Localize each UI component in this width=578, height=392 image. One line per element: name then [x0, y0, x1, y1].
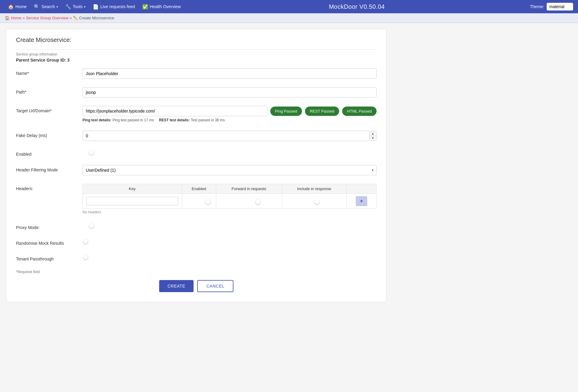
app-title: MockDoor V0.50.04 [185, 3, 529, 10]
theme-label: Theme: [530, 4, 544, 9]
nav-health-label: Health Overview [150, 4, 181, 9]
proxy-mode-label: Proxy Mode: [16, 223, 76, 230]
live-requests-icon: 📄 [93, 4, 99, 10]
headers-add-col [347, 184, 377, 194]
top-navigation: 🏠 Home 🔍 Search ▾ 🔧 Tools ▾ 📄 Live reque… [0, 0, 578, 13]
randomise-thumb [83, 239, 88, 244]
search-chevron-icon: ▾ [56, 5, 58, 8]
nav-home-label: Home [15, 4, 27, 9]
nav-search-label: Search [41, 4, 55, 9]
enabled-thumb [89, 150, 94, 155]
target-url-row: Target Url/Domain* Ping Passed REST Pass… [16, 106, 377, 122]
headers-table: Key Enabled Forward in requests Include … [82, 184, 377, 209]
ping-test-button[interactable]: Ping Passed [270, 107, 302, 116]
enabled-control [82, 149, 377, 154]
path-input[interactable] [82, 87, 377, 97]
headers-include-col: Include in response [282, 184, 346, 194]
search-icon: 🔍 [34, 4, 40, 10]
tenant-row: Tenant Passthrough [16, 254, 377, 261]
nav-health-overview[interactable]: ✅ Health Overview [139, 2, 184, 11]
nav-home[interactable]: 🏠 Home [5, 2, 30, 11]
rest-details-value: Test passed in 38 ms [191, 118, 225, 122]
breadcrumb-sep-2: » [70, 16, 72, 20]
target-url-control: Ping Passed REST Passed HTML Passed Ping… [82, 106, 377, 122]
add-header-button[interactable]: + [356, 196, 368, 206]
rest-details-label: REST test details: [159, 118, 190, 122]
test-details: Ping test details: Ping test passed in 1… [82, 118, 377, 122]
path-row: Path* [16, 87, 377, 97]
headers-enabled-col: Enabled [182, 184, 216, 194]
header-enabled-thumb [206, 199, 210, 204]
home-icon: 🏠 [8, 4, 14, 10]
headers-row: Headers: Key Enabled Forward in requests… [16, 184, 377, 214]
proxy-mode-thumb [89, 223, 94, 228]
path-label: Path* [16, 87, 76, 94]
main-content: Create Microservice: Service group infor… [0, 23, 578, 308]
form-card: Create Microservice: Service group infor… [6, 29, 387, 302]
nav-search[interactable]: 🔍 Search ▾ [31, 2, 61, 11]
breadcrumb-service-group-link[interactable]: Service Group Overview [26, 16, 69, 20]
breadcrumb-edit-icon: ✏️ [73, 16, 78, 20]
header-filtering-control: UserDefined (1) All None ▾ [82, 165, 377, 175]
nav-tools-label: Tools [73, 4, 83, 9]
name-row: Name* [16, 69, 377, 79]
required-note: *Required field [16, 270, 377, 274]
no-headers-text: No headers [82, 210, 377, 214]
fake-delay-input[interactable] [82, 131, 377, 141]
breadcrumb-home-link[interactable]: Home [11, 16, 21, 20]
fake-delay-control: ▲ ▼ [82, 131, 377, 141]
tools-icon: 🔧 [65, 4, 71, 10]
tenant-thumb [83, 255, 88, 260]
header-filtering-select[interactable]: UserDefined (1) All None [82, 165, 377, 175]
theme-select[interactable]: material default dark [547, 3, 573, 11]
headers-forward-col: Forward in requests [216, 184, 282, 194]
randomise-control [82, 238, 377, 243]
tenant-control [82, 254, 377, 259]
rest-test-button[interactable]: REST Passed [305, 107, 339, 116]
target-url-label: Target Url/Domain* [16, 106, 76, 113]
spinner-down[interactable]: ▼ [369, 136, 376, 141]
header-forward-thumb [255, 199, 260, 204]
tenant-label: Tenant Passthrough [16, 254, 76, 261]
nav-tools[interactable]: 🔧 Tools ▾ [62, 2, 89, 11]
create-button[interactable]: CREATE [159, 280, 194, 292]
enabled-row: Enabled [16, 149, 377, 157]
proxy-mode-control [82, 223, 377, 228]
header-filtering-label: Header Filtering Mode [16, 165, 76, 172]
fake-delay-row: Fake Delay (ms) ▲ ▼ [16, 131, 377, 141]
target-url-input[interactable] [82, 106, 267, 116]
action-buttons: CREATE CANCEL [16, 280, 377, 292]
randomise-label: Randomise Mock Results [16, 238, 76, 246]
breadcrumb: 🏠 Home » Service Group Overview » ✏️ Cre… [0, 13, 578, 23]
health-icon: ✅ [142, 4, 148, 10]
headers-control: Key Enabled Forward in requests Include … [82, 184, 377, 214]
breadcrumb-sep-1: » [23, 16, 25, 20]
name-input[interactable] [82, 69, 377, 79]
breadcrumb-current: Create Microservice [79, 16, 114, 20]
html-test-button[interactable]: HTML Passed [342, 107, 377, 116]
ping-details-value: Ping test passed in 17 ms [112, 118, 154, 122]
nav-live-requests-label: Live requests feed [100, 4, 135, 9]
ping-details-label: Ping test details: [82, 118, 111, 122]
header-include-thumb [315, 199, 320, 204]
parent-service-group-id: Parent Service Group ID: 3 [16, 58, 377, 62]
proxy-mode-row: Proxy Mode: [16, 223, 377, 230]
headers-input-row: + [83, 194, 377, 209]
name-control [82, 69, 377, 79]
cancel-button[interactable]: CANCEL [197, 280, 233, 292]
section-label: Service group information [16, 49, 377, 56]
theme-selector: Theme: material default dark [530, 3, 573, 11]
breadcrumb-home-icon: 🏠 [5, 16, 10, 20]
header-filtering-row: Header Filtering Mode UserDefined (1) Al… [16, 165, 377, 175]
randomise-row: Randomise Mock Results [16, 238, 377, 246]
spinner-up[interactable]: ▲ [369, 131, 376, 136]
nav-live-requests[interactable]: 📄 Live requests feed [90, 2, 138, 11]
path-control [82, 87, 377, 97]
headers-label: Headers: [16, 184, 76, 191]
enabled-label: Enabled [16, 149, 76, 157]
fake-delay-label: Fake Delay (ms) [16, 131, 76, 138]
header-key-input[interactable] [86, 197, 178, 206]
form-title: Create Microservice: [16, 37, 377, 43]
name-label: Name* [16, 69, 76, 76]
tools-chevron-icon: ▾ [84, 5, 85, 8]
